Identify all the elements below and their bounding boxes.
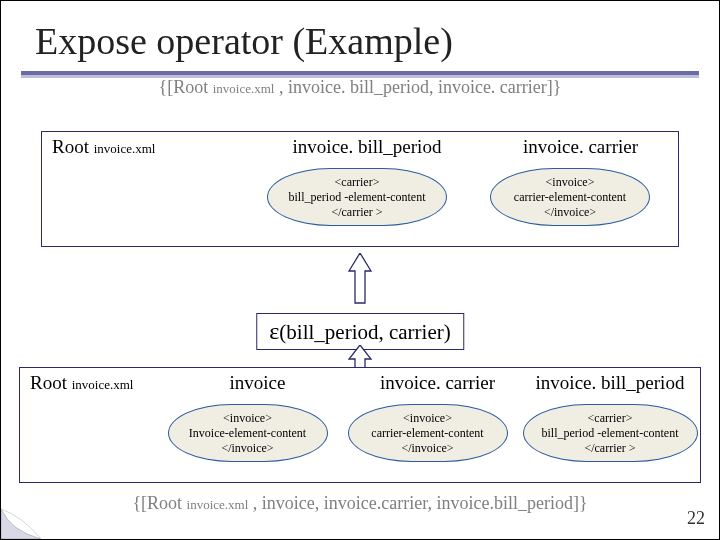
top-hdr-root: Root invoice.xml [52, 136, 252, 158]
bottom-bubbles-row: <invoice> Invoice-element-content </invo… [20, 404, 700, 462]
bot-hdr-bill-period: invoice. bill_period [530, 372, 690, 394]
bottom-set-label: {[Root invoice.xml , invoice, invoice.ca… [1, 493, 719, 514]
operator-args: (bill_period, carrier) [279, 320, 450, 344]
bubble-line: <invoice> [359, 411, 497, 426]
bottom-stage-box: Root invoice.xml invoice invoice. carrie… [19, 367, 701, 483]
bubble-line: <invoice> [501, 175, 639, 190]
bubble-line: </invoice> [359, 441, 497, 456]
bubble-line: carrier-element-content [359, 426, 497, 441]
bot-hdr-root-sub: invoice.xml [72, 377, 134, 392]
top-set-rest: , invoice. bill_period, invoice. carrier… [274, 77, 561, 97]
top-hdr-root-prefix: Root [52, 136, 94, 157]
bubble-line: bill_period -element-content [534, 426, 687, 441]
top-set-root-sub: invoice.xml [213, 81, 275, 96]
bottom-set-rest: , invoice, invoice.carrier, invoice.bill… [248, 493, 587, 513]
top-set-open: {[Root [159, 77, 213, 97]
top-hdr-root-sub: invoice.xml [94, 141, 156, 156]
bubble-line: carrier-element-content [501, 190, 639, 205]
top-headers-row: Root invoice.xml invoice. bill_period in… [42, 132, 678, 160]
top-bubble-bill-period: <carrier> bill_period -element-content <… [267, 168, 447, 226]
page-curl-icon [1, 499, 41, 539]
bubble-line: <carrier> [534, 411, 687, 426]
top-hdr-carrier: invoice. carrier [482, 136, 668, 158]
bubble-line: </carrier > [534, 441, 687, 456]
bottom-set-root-sub: invoice.xml [187, 497, 249, 512]
bubble-line: <invoice> [179, 411, 317, 426]
top-bubbles-row: <carrier> bill_period -element-content <… [42, 168, 678, 226]
bot-hdr-root-prefix: Root [30, 372, 72, 393]
top-hdr-bill-period: invoice. bill_period [252, 136, 482, 158]
top-bubble-carrier: <invoice> carrier-element-content </invo… [490, 168, 650, 226]
bubble-line: </invoice> [179, 441, 317, 456]
bot-bubble-invoice: <invoice> Invoice-element-content </invo… [168, 404, 328, 462]
bottom-headers-row: Root invoice.xml invoice invoice. carrie… [20, 368, 700, 396]
bot-hdr-invoice: invoice [170, 372, 345, 394]
slide-title: Expose operator (Example) [1, 1, 719, 67]
title-underline [21, 71, 699, 75]
bottom-set-open: {[Root [132, 493, 186, 513]
top-set-label: {[Root invoice.xml , invoice. bill_perio… [1, 77, 719, 98]
epsilon-symbol: ε [269, 318, 279, 344]
bubble-line: </invoice> [501, 205, 639, 220]
bubble-line: </carrier > [278, 205, 436, 220]
top-stage-box: Root invoice.xml invoice. bill_period in… [41, 131, 679, 247]
bot-hdr-root: Root invoice.xml [30, 372, 170, 394]
svg-marker-0 [349, 253, 371, 303]
bubble-line: <carrier> [278, 175, 436, 190]
arrow-up-top [345, 253, 375, 307]
bot-bubble-bill-period: <carrier> bill_period -element-content <… [523, 404, 698, 462]
bot-hdr-carrier: invoice. carrier [345, 372, 530, 394]
bot-bubble-carrier: <invoice> carrier-element-content </invo… [348, 404, 508, 462]
bubble-line: bill_period -element-content [278, 190, 436, 205]
bubble-line: Invoice-element-content [179, 426, 317, 441]
page-number: 22 [687, 508, 705, 529]
